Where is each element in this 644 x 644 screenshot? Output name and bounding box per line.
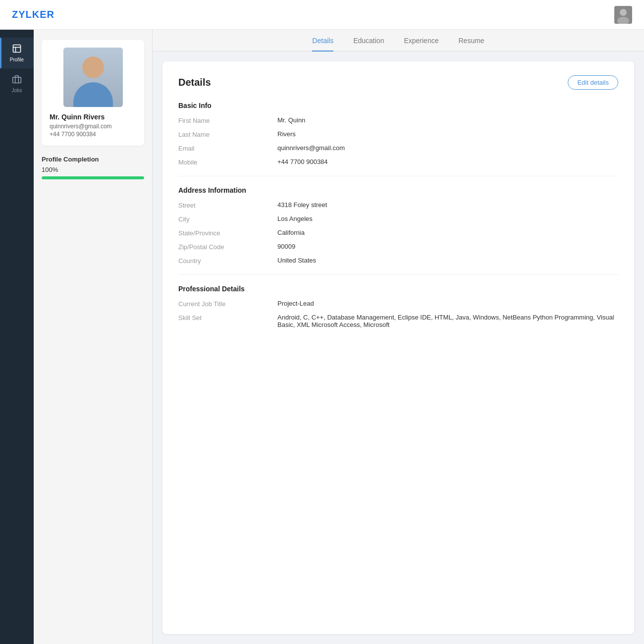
label-zip: Zip/Postal Code [178, 243, 277, 251]
label-skills: Skill Set [178, 314, 277, 322]
photo-body [73, 82, 113, 107]
value-state: California [277, 229, 618, 236]
main-layout: Profile Jobs Mr. Quinn Rivers quinn [0, 30, 644, 644]
address-row-country: Country United States [178, 257, 618, 265]
content-area: Details Education Experience Resume Deta… [153, 30, 644, 644]
label-jobtitle: Current Job Title [178, 300, 277, 308]
value-street: 4318 Foley street [277, 201, 618, 209]
svg-rect-3 [13, 45, 21, 53]
basic-info-row-mobile: Mobile +44 7700 900384 [178, 158, 618, 166]
tab-details[interactable]: Details [312, 37, 333, 52]
label-country: Country [178, 257, 277, 265]
sidebar-jobs-label: Jobs [11, 88, 22, 93]
details-header: Details Edit details [178, 75, 618, 90]
value-lastname: Rivers [277, 130, 618, 138]
value-firstname: Mr. Quinn [277, 116, 618, 124]
label-lastname: Last Name [178, 130, 277, 138]
value-jobtitle: Project-Lead [277, 300, 618, 307]
address-row-zip: Zip/Postal Code 90009 [178, 243, 618, 251]
divider-1 [178, 176, 618, 176]
profile-card: Mr. Quinn Rivers quinnrivers@gmail.com +… [42, 40, 144, 146]
sidebar-item-jobs[interactable]: Jobs [0, 68, 34, 99]
profile-icon [12, 44, 22, 55]
app-logo: ZYLKER [12, 9, 54, 20]
jobs-icon [12, 74, 22, 86]
value-country: United States [277, 257, 618, 264]
basic-info-row-email: Email quinnrivers@gmail.com [178, 144, 618, 152]
address-row-city: City Los Angeles [178, 215, 618, 223]
address-row-state: State/Province California [178, 229, 618, 237]
label-firstname: First Name [178, 116, 277, 124]
label-street: Street [178, 201, 277, 209]
value-mobile: +44 7700 900384 [277, 158, 618, 165]
basic-info-row-firstname: First Name Mr. Quinn [178, 116, 618, 124]
label-email: Email [178, 144, 277, 152]
profile-name: Mr. Quinn Rivers [50, 113, 136, 121]
address-info-title: Address Information [178, 186, 618, 194]
svg-rect-6 [13, 77, 21, 83]
value-email: quinnrivers@gmail.com [277, 144, 618, 152]
tab-education[interactable]: Education [353, 37, 384, 52]
svg-point-1 [620, 9, 627, 16]
professional-row-jobtitle: Current Job Title Project-Lead [178, 300, 618, 308]
value-skills: Android, C, C++, Database Management, Ec… [277, 314, 618, 328]
basic-info-title: Basic Info [178, 102, 618, 109]
divider-2 [178, 274, 618, 275]
sidebar: Profile Jobs [0, 30, 34, 644]
professional-row-skills: Skill Set Android, C, C++, Database Mana… [178, 314, 618, 328]
profile-phone: +44 7700 900384 [50, 131, 136, 138]
tab-resume[interactable]: Resume [458, 37, 484, 52]
progress-fill [42, 176, 144, 179]
completion-section: Profile Completion 100% [42, 156, 144, 179]
details-panel: Details Edit details Basic Info First Na… [162, 61, 634, 634]
sidebar-profile-label: Profile [10, 57, 24, 62]
professional-title: Professional Details [178, 285, 618, 293]
header-avatar-image [614, 6, 632, 24]
value-zip: 90009 [277, 243, 618, 250]
basic-info-row-lastname: Last Name Rivers [178, 130, 618, 138]
label-city: City [178, 215, 277, 223]
label-state: State/Province [178, 229, 277, 237]
photo-simulation [63, 48, 123, 107]
left-panel: Mr. Quinn Rivers quinnrivers@gmail.com +… [34, 30, 153, 644]
tab-experience[interactable]: Experience [404, 37, 438, 52]
header-avatar[interactable] [614, 6, 632, 24]
label-mobile: Mobile [178, 158, 277, 166]
profile-photo [63, 48, 123, 107]
photo-head [82, 56, 104, 78]
completion-title: Profile Completion [42, 156, 144, 163]
value-city: Los Angeles [277, 215, 618, 222]
progress-bar [42, 176, 144, 179]
edit-details-button[interactable]: Edit details [568, 75, 618, 90]
details-title: Details [178, 77, 211, 88]
completion-percentage: 100% [42, 166, 144, 173]
sidebar-item-profile[interactable]: Profile [0, 38, 34, 68]
address-row-street: Street 4318 Foley street [178, 201, 618, 209]
top-header: ZYLKER [0, 0, 644, 30]
tabs-bar: Details Education Experience Resume [153, 30, 644, 52]
profile-email: quinnrivers@gmail.com [50, 123, 136, 130]
